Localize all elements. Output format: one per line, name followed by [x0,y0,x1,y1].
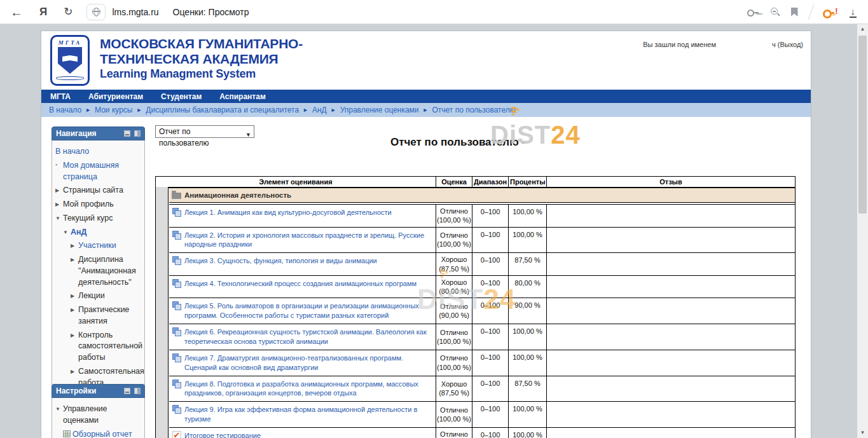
table-indent-strip [156,187,169,438]
breadcrumb-my-courses[interactable]: Мои курсы [95,106,132,114]
password-key-icon[interactable] [747,7,759,17]
expand-icon[interactable]: ▶ [71,305,78,313]
breadcrumb-disciplines[interactable]: Дисциплины бакалавриата и специалитета [146,106,299,114]
breadcrumb-separator-icon: ► [136,107,142,113]
sidebar-item-my-profile[interactable]: ▶Мой профиль [54,198,142,212]
sidebar-item-discipline[interactable]: ▶Дисциплина "Анимационная деятельность" [54,253,142,289]
back-icon[interactable]: ← [10,6,23,18]
download-icon[interactable]: ↓ [850,6,857,18]
grade-item-link[interactable]: Лекция 6. Рекреационная сущность туристс… [184,327,431,346]
scroll-up-icon[interactable]: ▲ [857,24,868,34]
menu-item-mgta[interactable]: МГТА [41,92,79,101]
sidebar-item-my-home[interactable]: ▪Моя домашняя страница [54,159,142,184]
breadcrumb-home[interactable]: В начало [49,106,81,114]
table-row: Лекция 3. Сущность, функция, типология и… [169,253,795,276]
report-type-value: Отчет по пользователю [159,127,209,147]
feedback-cell [547,350,795,376]
expand-icon[interactable]: ▶ [55,199,63,208]
main-menu: МГТА Абитуриентам Студентам Аспирантам [41,90,811,103]
logo-shield-icon [58,47,82,74]
lesson-icon [172,353,181,362]
sidebar-item-home[interactable]: В начало [54,145,142,159]
settings-block-body: ▼Управление оценками Обзорный отчет Отче… [52,398,145,438]
grade-item-link[interactable]: Лекция 2. История и хронология массовых … [184,231,431,250]
yandex-icon[interactable]: Я [39,6,47,17]
academy-logo[interactable]: МГТА [50,35,90,86]
block-dock-icon[interactable] [134,130,141,137]
range-cell: 0–100 [472,298,509,324]
block-collapse-icon[interactable] [124,388,130,394]
expand-icon[interactable]: ▶ [71,330,78,339]
percent-cell: 90,00 % [509,298,547,324]
grade-item-link[interactable]: Итоговое тестирование [184,431,261,438]
grade-item-link[interactable]: Лекция 5. Роль аниматоров в организации … [184,301,431,320]
percent-cell: 100,00 % [509,228,547,253]
site-header: МГТА МОСКОВСКАЯ ГУМАНИТАРНО- ТЕХНИЧЕСКАЯ… [41,31,811,90]
grade-cell: Хорошо(87,50 %) [436,376,472,402]
grade-item-link[interactable]: Лекция 7. Драматургия анимационно-театра… [184,353,431,373]
password-alert-key-icon[interactable]: ! [823,6,838,18]
percent-cell: 80,00 % [509,276,547,298]
alert-badge: ! [835,6,837,16]
zoom-out-icon[interactable] [769,6,781,18]
grade-item-link[interactable]: Лекция 1. Анимация как вид культурно-дос… [184,208,392,217]
menu-item-abiturientam[interactable]: Абитуриентам [79,92,152,101]
quiz-icon: ✔ [172,431,181,438]
address-url[interactable]: lms.mgta.ru [112,7,158,17]
range-cell: 0–100 [472,428,509,438]
range-cell: 0–100 [472,205,509,227]
sidebar-item-current-course[interactable]: ▼Текущий курс [54,212,142,226]
page-title: Отчет по пользователю - [299,136,617,149]
grade-item-link[interactable]: Лекция 9. Игра как эффективная форма ани… [184,405,431,424]
collapse-icon[interactable]: ▼ [55,213,63,222]
site-title-line1: МОСКОВСКАЯ ГУМАНИТАРНО- [100,36,303,51]
sidebar-item-practice[interactable]: ▶Практические занятия [54,303,142,329]
lesson-icon [172,256,181,265]
collapse-icon[interactable]: ▼ [55,404,63,413]
block-collapse-icon[interactable] [124,130,130,137]
block-dock-icon[interactable] [134,388,141,394]
lesson-icon [172,405,181,414]
percent-cell: 100,00 % [509,428,547,438]
expand-icon[interactable]: ▶ [71,291,78,299]
refresh-icon[interactable]: ↻ [64,6,72,17]
grade-item-link[interactable]: Лекция 4. Технологический процесс создан… [184,279,417,289]
grade-item-link[interactable]: Лекция 3. Сущность, функция, типология и… [184,256,377,266]
settings-block: Настройки ▼Управление оценками Обзорный … [52,384,145,438]
col-header-grade: Оценка [436,177,472,187]
sidebar-item-control[interactable]: ▶Контроль самостоятельной работы [54,329,142,365]
expand-icon[interactable]: ▶ [55,185,63,194]
collapse-icon[interactable]: ▼ [63,227,71,236]
sidebar-item-course-and[interactable]: ▼АнД [54,226,142,240]
site-security-badge[interactable] [86,4,106,20]
menu-item-studentam[interactable]: Студентам [152,92,210,101]
category-row: Анимационная деятельность [169,188,795,203]
logout-link[interactable]: ч (Выход) [772,41,803,48]
menu-item-aspirantam[interactable]: Аспирантам [210,92,275,101]
navigation-block: Навигация В начало ▪Моя домашняя страниц… [52,127,145,410]
lms-page: МГТА МОСКОВСКАЯ ГУМАНИТАРНО- ТЕХНИЧЕСКАЯ… [41,31,811,438]
expand-icon[interactable]: ▶ [71,254,78,263]
grade-item-link[interactable]: Лекция 8. Подготовка и разработка анимац… [184,380,431,399]
expand-icon[interactable]: ▶ [71,240,78,249]
breadcrumb-grade-admin[interactable]: Управление оценками [340,106,419,114]
breadcrumb-separator-icon: ► [331,107,336,113]
grade-report-table: Элемент оценивания Оценка Диапазон Проце… [155,176,796,438]
sidebar-item-participants[interactable]: ▶Участники [54,239,142,253]
sidebar-item-grade-admin[interactable]: ▼Управление оценками [54,402,142,428]
sidebar-item-lectures[interactable]: ▶Лекции [54,289,142,303]
scrollbar-thumb[interactable] [858,36,867,214]
navigation-block-header: Навигация [52,127,145,140]
col-header-percent: Проценты [509,177,547,187]
page-scrollbar[interactable]: ▲ ▼ [857,24,868,438]
report-type-select[interactable]: Отчет по пользователю ▼ [155,125,254,138]
breadcrumb-user-report[interactable]: Отчет по пользователю [432,106,516,114]
scroll-down-icon[interactable]: ▼ [857,428,868,438]
expand-icon[interactable]: ▶ [71,366,78,375]
sidebar-item-overview-report[interactable]: Обзорный отчет [54,428,142,438]
sidebar-item-site-pages[interactable]: ▶Страницы сайта [54,184,142,198]
category-label: Анимационная деятельность [184,191,291,199]
bookmark-icon[interactable] [791,8,798,17]
breadcrumb-course[interactable]: АнД [312,106,327,114]
breadcrumb: В начало ► Мои курсы ► Дисциплины бакала… [41,103,811,117]
